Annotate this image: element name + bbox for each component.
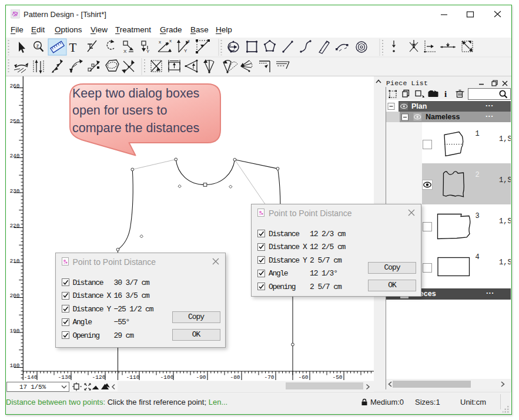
svg-text:z: z (36, 43, 39, 49)
svg-text:200: 200 (9, 293, 19, 299)
svg-text:240: 240 (9, 153, 19, 159)
svg-text:-80: -80 (230, 374, 240, 381)
svg-text:T: T (69, 41, 77, 55)
svg-text:-70: -70 (264, 374, 274, 381)
svg-text:-100: -100 (160, 374, 174, 381)
svg-text:230: 230 (9, 188, 19, 194)
svg-text:-60: -60 (298, 374, 308, 381)
svg-text:Y: Y (146, 49, 150, 54)
svg-text:220: 220 (9, 223, 19, 229)
svg-text:210: 210 (9, 258, 19, 264)
svg-text:-130: -130 (58, 374, 72, 381)
svg-text:-120: -120 (92, 374, 106, 381)
svg-text:180: 180 (9, 362, 19, 369)
svg-text:x: x (159, 39, 161, 45)
svg-text:250: 250 (9, 118, 19, 125)
svg-text:X: X (123, 49, 127, 54)
svg-text:x: x (187, 38, 190, 43)
svg-text:-140: -140 (24, 374, 38, 381)
svg-text:i: i (444, 89, 447, 99)
svg-text:Y: Y (184, 48, 187, 53)
svg-text:-50: -50 (332, 374, 342, 381)
svg-text:-90: -90 (196, 374, 206, 381)
svg-text:190: 190 (9, 328, 19, 334)
svg-text:-110: -110 (126, 374, 140, 381)
svg-text:260: 260 (9, 83, 19, 89)
svg-text:x: x (169, 38, 172, 43)
